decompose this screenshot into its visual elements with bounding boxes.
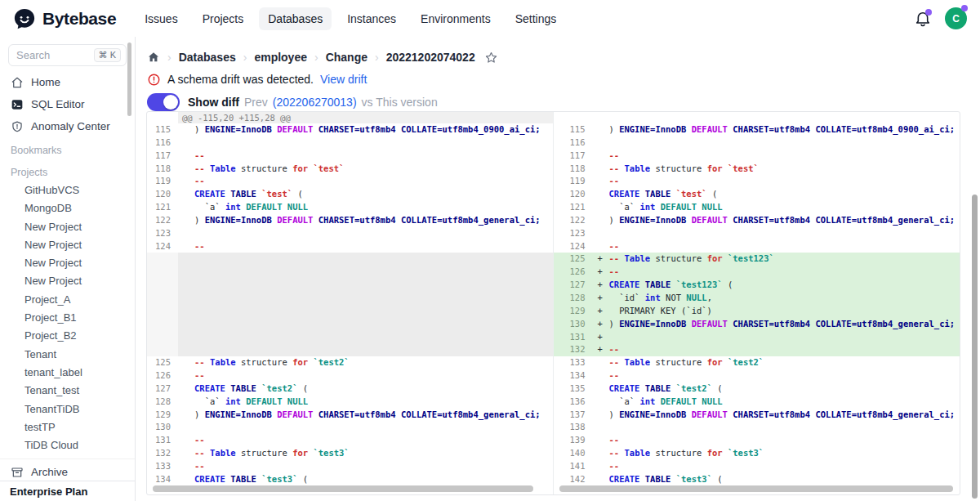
code-token: `test3` [728, 448, 764, 458]
breadcrumb-item-version[interactable]: 20221202074022 [386, 51, 475, 64]
diff-sign [593, 150, 609, 163]
code-text: -- [609, 460, 960, 473]
sidebar-project-new-project[interactable]: New Project [0, 236, 135, 254]
line-number: 121 [147, 201, 178, 214]
diff-sign [178, 396, 194, 409]
diff-sign: + [593, 305, 609, 318]
code-token: -- [194, 435, 205, 445]
sidebar-project-project-a[interactable]: Project_A [0, 291, 135, 309]
bookmark-star-icon[interactable] [484, 51, 498, 65]
code-token: Table [624, 253, 650, 263]
line-number: 119 [554, 175, 593, 188]
sidebar-project-tenant-test[interactable]: Tenant_test [0, 382, 135, 400]
sidebar-project-new-project[interactable]: New Project [0, 272, 135, 290]
line-number: 121 [554, 201, 593, 214]
sidebar-item-sql-editor[interactable]: SQL Editor [0, 93, 135, 115]
sidebar-scrollbar[interactable] [127, 42, 131, 116]
line-number: 125 [147, 356, 178, 369]
diff-sign [593, 356, 609, 369]
diff-sign [593, 421, 609, 434]
diff-pane-current[interactable]: 115) ENGINE=InnoDB DEFAULT CHARSET=utf8m… [554, 112, 960, 494]
line-number: 124 [147, 240, 178, 253]
sidebar-project-tenant-label[interactable]: tenant_label [0, 364, 135, 382]
code-token: structure [236, 357, 293, 367]
alert-text: A schema drift was detected. [167, 73, 314, 86]
terminal-icon [11, 98, 24, 111]
sidebar-item-home[interactable]: Home [0, 71, 135, 93]
search-input[interactable] [16, 49, 87, 61]
view-drift-link[interactable]: View drift [320, 73, 367, 86]
code-token: TABLE [645, 280, 671, 289]
code-token: -- [194, 163, 205, 173]
sidebar-project-project-b1[interactable]: Project_B1 [0, 309, 135, 327]
code-token: DEFAULT [692, 124, 728, 134]
diff-line: 121 `a` int DEFAULT NULL [554, 201, 960, 214]
code-token: CREATE [194, 189, 225, 199]
diff-sign [593, 460, 609, 473]
breadcrumb-item-change[interactable]: Change [326, 51, 368, 64]
nav-item-environments[interactable]: Environments [412, 7, 500, 30]
notifications-bell-icon[interactable] [914, 10, 932, 28]
sidebar-project-new-project[interactable]: New Project [0, 218, 135, 236]
code-text [194, 292, 553, 305]
code-token: DEFAULT NULL [246, 202, 308, 212]
nav-item-databases[interactable]: Databases [259, 7, 332, 30]
sidebar-project-mongodb[interactable]: MongoDB [0, 199, 135, 217]
diff-sign [178, 150, 194, 163]
diff-sign [593, 201, 609, 214]
code-token: for [292, 163, 308, 173]
nav-item-settings[interactable]: Settings [506, 7, 566, 30]
code-token: COLLATE=utf8mb4_general_ci; [401, 215, 541, 225]
nav-item-issues[interactable]: Issues [136, 7, 186, 30]
page-vertical-scrollbar[interactable] [972, 195, 978, 499]
bytebase-logo[interactable]: Bytebase [13, 7, 116, 30]
diff-line: 122) ENGINE=InnoDB DEFAULT CHARSET=utf8m… [147, 214, 553, 227]
diff-sign [178, 123, 194, 136]
code-text [194, 331, 553, 344]
code-token: -- [609, 163, 620, 173]
code-token: -- [194, 448, 205, 458]
nav-item-instances[interactable]: Instances [338, 7, 405, 30]
search-box[interactable]: ⌘ K [8, 44, 127, 66]
code-text: PRIMARY KEY (`id`) [609, 305, 960, 318]
sidebar-project-project-b2[interactable]: Project_B2 [0, 327, 135, 345]
sidebar-item-label: Anomaly Center [31, 120, 110, 132]
prev-version-link[interactable]: (202206270013) [273, 96, 357, 109]
sidebar-project-testtp[interactable]: testTP [0, 418, 135, 436]
breadcrumb-item-employee[interactable]: employee [254, 51, 307, 64]
toggle-knob [163, 95, 178, 110]
code-token: structure [650, 253, 707, 263]
breadcrumb-home-icon[interactable] [147, 51, 160, 64]
line-number: 117 [554, 150, 593, 163]
code-token: -- [609, 344, 620, 354]
diff-sign [593, 136, 609, 150]
sidebar-project-tidb-cloud[interactable]: TiDB Cloud [0, 436, 135, 454]
sidebar-section-projects: Projects [0, 159, 135, 181]
user-avatar[interactable]: C [945, 7, 967, 29]
diff-line: 128 `a` int DEFAULT NULL [147, 396, 553, 409]
diff-line: 131-- [147, 434, 553, 447]
diff-pane-previous[interactable]: @@ -115,20 +115,28 @@115) ENGINE=InnoDB … [147, 112, 554, 494]
diff-line: 134CREATE TABLE `test3` ( [147, 473, 553, 486]
show-diff-toggle[interactable] [147, 93, 180, 111]
sidebar-project-githubvcs[interactable]: GitHubVCS [0, 181, 135, 199]
nav-item-projects[interactable]: Projects [194, 7, 253, 30]
diff-line: 137) ENGINE=InnoDB DEFAULT CHARSET=utf8m… [554, 409, 960, 422]
right-pane-horizontal-scrollbar[interactable] [559, 485, 953, 492]
code-text: ) ENGINE=InnoDB DEFAULT CHARSET=utf8mb4 … [609, 409, 960, 422]
diff-line: 131+ [554, 331, 960, 344]
code-token: -- [194, 357, 205, 367]
diff-sign [178, 266, 194, 279]
diff-sign [178, 382, 194, 396]
left-pane-horizontal-scrollbar[interactable] [153, 485, 533, 492]
code-text: -- Table structure for `test3` [609, 447, 960, 460]
sidebar-project-tenanttidb[interactable]: TenantTiDB [0, 400, 135, 418]
line-number [554, 112, 593, 123]
breadcrumb-item-databases[interactable]: Databases [179, 51, 236, 64]
line-number: 117 [147, 150, 178, 163]
sidebar-project-new-project[interactable]: New Project [0, 254, 135, 272]
line-number: 126 [147, 369, 178, 382]
sidebar-project-tenant[interactable]: Tenant [0, 346, 135, 364]
diff-line [147, 318, 553, 331]
sidebar-item-anomaly-center[interactable]: Anomaly Center [0, 115, 135, 137]
